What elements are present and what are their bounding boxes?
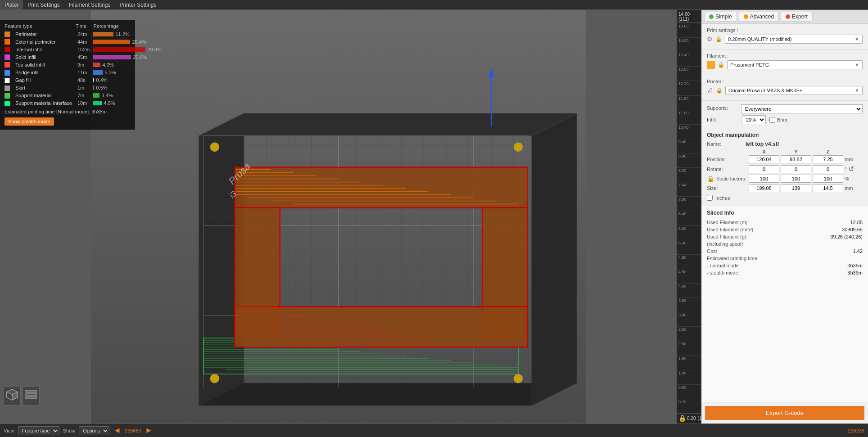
inches-checkbox[interactable] <box>707 195 713 201</box>
feature-name-cell: Gap fill <box>14 77 74 84</box>
brim-label: Brim: <box>769 117 789 123</box>
brim-checkbox[interactable] <box>769 117 775 123</box>
size-y-input[interactable] <box>781 184 811 192</box>
feature-color-cell <box>3 99 14 107</box>
filament-chevron: ▼ <box>854 62 859 68</box>
ruler-mark: 14.00 <box>677 37 701 52</box>
view-label: View <box>4 428 14 433</box>
name-label: Name: <box>707 141 743 147</box>
scale-unit: % <box>845 176 863 181</box>
svg-point-86 <box>210 374 219 383</box>
feature-pct-cell: 29.0% <box>91 45 165 53</box>
supports-row: Supports: Everywhere <box>707 104 863 113</box>
z-header: Z <box>813 149 843 154</box>
print-settings-label: Print settings : <box>707 27 863 33</box>
printer-row: 🖨 🔒 Original Prusa i3 MK3S & MK3S+ ▼ <box>707 86 863 95</box>
stealth-mode-button[interactable]: Show stealth mode <box>5 117 54 126</box>
rotate-y-input[interactable] <box>781 165 811 173</box>
menu-plater[interactable]: Plater <box>0 0 23 9</box>
feature-name-cell: Internal infill <box>14 45 74 53</box>
feature-time-cell: 10m <box>74 99 92 107</box>
feature-name-cell: Bridge infill <box>14 68 74 76</box>
scale-label: Scale factors: <box>716 176 746 181</box>
scale-x-input[interactable] <box>749 175 779 183</box>
simple-dot <box>709 14 714 19</box>
scale-z-input[interactable] <box>813 175 843 183</box>
ruler-mark: 2.50 <box>677 326 701 341</box>
est-time-header-row: Estimated printing time: <box>707 255 863 262</box>
print-settings-value: 0.20mm QUALITY (modified) <box>728 36 853 42</box>
tab-advanced[interactable]: Advanced <box>739 12 779 22</box>
supports-dropdown[interactable]: Everywhere <box>741 104 863 113</box>
tab-simple[interactable]: Simple <box>704 12 737 22</box>
feature-time-cell: 1m <box>74 84 92 92</box>
feature-table-row: Internal infill 1h2m 29.0% <box>3 45 165 53</box>
feature-time-cell: 11m <box>74 68 92 76</box>
size-x-input[interactable] <box>749 184 779 192</box>
infill-dropdown[interactable]: 20% <box>742 115 766 124</box>
ruler-mark: 12.80 <box>677 66 701 81</box>
normal-mode-value: 3h35m <box>847 263 863 268</box>
tab-expert[interactable]: Expert <box>781 12 813 22</box>
position-z-input[interactable] <box>813 155 843 163</box>
feature-pct-cell: 20.9% <box>91 53 165 61</box>
right-arrow[interactable]: ► <box>145 426 153 435</box>
print-settings-dropdown[interactable]: 0.20mm QUALITY (modified) ▼ <box>725 35 863 44</box>
feature-pct-cell: 4.8% <box>91 99 165 107</box>
rotate-reset-button[interactable]: ↺ <box>847 165 855 173</box>
rotate-x-input[interactable] <box>749 165 779 173</box>
position-unit: mm <box>845 157 863 162</box>
feature-name-cell: Solid infill <box>14 53 74 61</box>
view-icons <box>4 386 40 405</box>
bottombar: View Feature type Show Options ◄ 235660 … <box>0 423 868 437</box>
menu-print-settings[interactable]: Print Settings <box>23 0 64 9</box>
scale-y-input[interactable] <box>781 175 811 183</box>
mode-tabs: Simple Advanced Expert <box>701 10 868 24</box>
supports-infill-section: Supports: Everywhere Infill: 20% Brim: <box>701 101 868 128</box>
position-y-input[interactable] <box>781 155 811 163</box>
export-gcode-button[interactable]: Export G-code <box>705 406 864 420</box>
object-manipulation-section: Object manipulation Name: left top v4.st… <box>701 128 868 206</box>
filament-mm3-value: 30909.65 <box>842 227 863 232</box>
menu-filament-settings[interactable]: Filament Settings <box>64 0 115 9</box>
left-arrow[interactable]: ◄ <box>113 426 121 435</box>
ruler-mark: 3.50 <box>677 297 701 312</box>
printer-chevron: ▼ <box>854 88 859 93</box>
rotate-z-input[interactable] <box>813 165 843 173</box>
feature-color-cell <box>3 30 14 38</box>
inches-label: Inches <box>715 195 730 201</box>
export-section: Export G-code <box>701 402 868 423</box>
filament-section: Filament : 🔒 Prusament PETG ▼ <box>701 50 868 75</box>
menu-printer-settings[interactable]: Printer Settings <box>115 0 161 9</box>
infill-row: Infill: 20% Brim: <box>707 115 863 124</box>
feature-time-cell: 7m <box>74 92 92 99</box>
inches-row: Inches <box>707 194 863 202</box>
normal-mode-label: - normal mode <box>707 263 739 268</box>
cost-label: Cost <box>707 248 717 254</box>
feature-table-row: Bridge infill 11m 5.3% <box>3 68 165 76</box>
ruler-mark: 13.40 <box>677 52 701 66</box>
feature-time-cell: 1h2m <box>74 45 92 53</box>
filament-g-label: Used Filament (g) <box>707 234 746 239</box>
options-dropdown[interactable]: Options <box>79 426 109 435</box>
view-dropdown[interactable]: Feature type <box>18 426 59 435</box>
filament-mm3-label: Used Filament (mm³) <box>707 227 753 232</box>
ruler-mark: 9.40 <box>677 139 701 153</box>
position-x-input[interactable] <box>749 155 779 163</box>
cost-row: Cost 1.42 <box>707 248 863 255</box>
feature-name-cell: Perimeter <box>14 30 74 38</box>
ruler-lock-icon: 🔒 <box>678 414 686 422</box>
svg-rect-98 <box>26 396 36 399</box>
stealth-mode-row: - stealth mode 3h39m <box>707 269 863 276</box>
feature-name-cell: Top solid infill <box>14 61 74 68</box>
feature-color-cell <box>3 68 14 76</box>
filament-dropdown[interactable]: Prusament PETG ▼ <box>727 60 863 69</box>
size-z-input[interactable] <box>813 184 843 192</box>
printer-lock-icon: 🔒 <box>716 87 723 94</box>
supports-label: Supports: <box>707 105 738 111</box>
cube-view-button[interactable] <box>4 386 21 405</box>
ruler-mark: 1.00 <box>677 370 701 384</box>
feature-pct-cell: 0.5% <box>91 84 165 92</box>
printer-dropdown[interactable]: Original Prusa i3 MK3S & MK3S+ ▼ <box>725 86 863 95</box>
layer-view-button[interactable] <box>23 386 40 405</box>
